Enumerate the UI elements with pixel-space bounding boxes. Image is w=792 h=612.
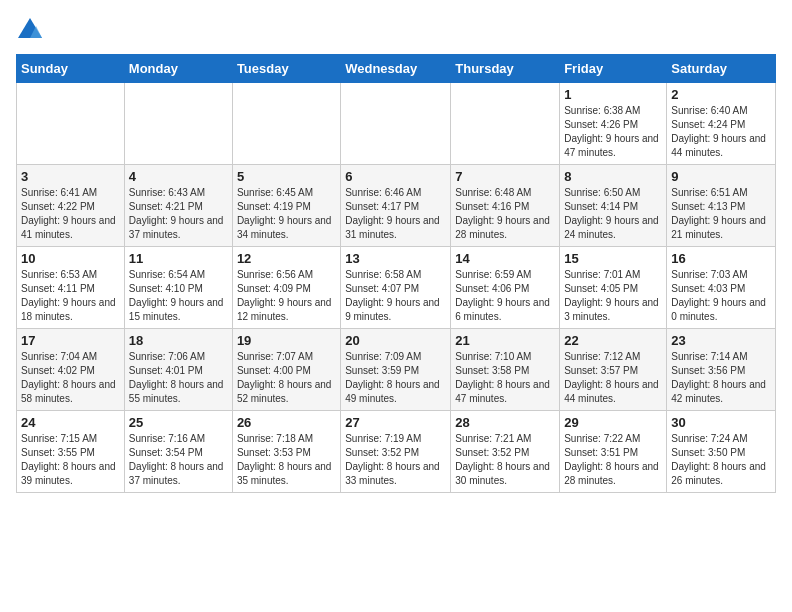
day-info: Sunrise: 7:07 AM Sunset: 4:00 PM Dayligh… — [237, 350, 336, 406]
day-header-monday: Monday — [124, 55, 232, 83]
calendar-cell: 13Sunrise: 6:58 AM Sunset: 4:07 PM Dayli… — [341, 247, 451, 329]
day-number: 21 — [455, 333, 555, 348]
calendar-cell: 26Sunrise: 7:18 AM Sunset: 3:53 PM Dayli… — [232, 411, 340, 493]
calendar-cell: 20Sunrise: 7:09 AM Sunset: 3:59 PM Dayli… — [341, 329, 451, 411]
day-number: 6 — [345, 169, 446, 184]
calendar-cell: 24Sunrise: 7:15 AM Sunset: 3:55 PM Dayli… — [17, 411, 125, 493]
calendar-cell: 1Sunrise: 6:38 AM Sunset: 4:26 PM Daylig… — [560, 83, 667, 165]
calendar-week-5: 24Sunrise: 7:15 AM Sunset: 3:55 PM Dayli… — [17, 411, 776, 493]
day-number: 7 — [455, 169, 555, 184]
day-info: Sunrise: 6:45 AM Sunset: 4:19 PM Dayligh… — [237, 186, 336, 242]
day-header-wednesday: Wednesday — [341, 55, 451, 83]
day-number: 17 — [21, 333, 120, 348]
day-info: Sunrise: 6:40 AM Sunset: 4:24 PM Dayligh… — [671, 104, 771, 160]
day-number: 12 — [237, 251, 336, 266]
day-header-thursday: Thursday — [451, 55, 560, 83]
calendar-cell: 16Sunrise: 7:03 AM Sunset: 4:03 PM Dayli… — [667, 247, 776, 329]
logo — [16, 16, 48, 44]
calendar-cell: 28Sunrise: 7:21 AM Sunset: 3:52 PM Dayli… — [451, 411, 560, 493]
calendar-cell: 23Sunrise: 7:14 AM Sunset: 3:56 PM Dayli… — [667, 329, 776, 411]
day-info: Sunrise: 7:06 AM Sunset: 4:01 PM Dayligh… — [129, 350, 228, 406]
calendar-cell — [124, 83, 232, 165]
day-number: 5 — [237, 169, 336, 184]
calendar-cell: 14Sunrise: 6:59 AM Sunset: 4:06 PM Dayli… — [451, 247, 560, 329]
calendar-cell — [341, 83, 451, 165]
day-number: 24 — [21, 415, 120, 430]
day-info: Sunrise: 7:03 AM Sunset: 4:03 PM Dayligh… — [671, 268, 771, 324]
day-info: Sunrise: 6:41 AM Sunset: 4:22 PM Dayligh… — [21, 186, 120, 242]
day-number: 3 — [21, 169, 120, 184]
calendar-cell: 3Sunrise: 6:41 AM Sunset: 4:22 PM Daylig… — [17, 165, 125, 247]
calendar-cell: 8Sunrise: 6:50 AM Sunset: 4:14 PM Daylig… — [560, 165, 667, 247]
calendar-cell: 7Sunrise: 6:48 AM Sunset: 4:16 PM Daylig… — [451, 165, 560, 247]
calendar-cell: 12Sunrise: 6:56 AM Sunset: 4:09 PM Dayli… — [232, 247, 340, 329]
calendar-cell — [232, 83, 340, 165]
calendar-cell: 2Sunrise: 6:40 AM Sunset: 4:24 PM Daylig… — [667, 83, 776, 165]
day-info: Sunrise: 6:38 AM Sunset: 4:26 PM Dayligh… — [564, 104, 662, 160]
day-number: 8 — [564, 169, 662, 184]
day-info: Sunrise: 7:24 AM Sunset: 3:50 PM Dayligh… — [671, 432, 771, 488]
day-number: 28 — [455, 415, 555, 430]
day-number: 30 — [671, 415, 771, 430]
day-number: 26 — [237, 415, 336, 430]
day-number: 19 — [237, 333, 336, 348]
day-number: 18 — [129, 333, 228, 348]
day-number: 10 — [21, 251, 120, 266]
day-number: 27 — [345, 415, 446, 430]
calendar-cell: 17Sunrise: 7:04 AM Sunset: 4:02 PM Dayli… — [17, 329, 125, 411]
day-info: Sunrise: 6:46 AM Sunset: 4:17 PM Dayligh… — [345, 186, 446, 242]
day-number: 9 — [671, 169, 771, 184]
calendar-cell: 21Sunrise: 7:10 AM Sunset: 3:58 PM Dayli… — [451, 329, 560, 411]
calendar-cell: 5Sunrise: 6:45 AM Sunset: 4:19 PM Daylig… — [232, 165, 340, 247]
calendar-cell: 9Sunrise: 6:51 AM Sunset: 4:13 PM Daylig… — [667, 165, 776, 247]
day-info: Sunrise: 6:48 AM Sunset: 4:16 PM Dayligh… — [455, 186, 555, 242]
calendar-cell: 15Sunrise: 7:01 AM Sunset: 4:05 PM Dayli… — [560, 247, 667, 329]
day-header-tuesday: Tuesday — [232, 55, 340, 83]
calendar-week-4: 17Sunrise: 7:04 AM Sunset: 4:02 PM Dayli… — [17, 329, 776, 411]
day-number: 2 — [671, 87, 771, 102]
calendar-week-1: 1Sunrise: 6:38 AM Sunset: 4:26 PM Daylig… — [17, 83, 776, 165]
calendar-week-2: 3Sunrise: 6:41 AM Sunset: 4:22 PM Daylig… — [17, 165, 776, 247]
day-number: 23 — [671, 333, 771, 348]
day-info: Sunrise: 7:09 AM Sunset: 3:59 PM Dayligh… — [345, 350, 446, 406]
day-number: 16 — [671, 251, 771, 266]
day-info: Sunrise: 6:43 AM Sunset: 4:21 PM Dayligh… — [129, 186, 228, 242]
logo-icon — [16, 16, 44, 44]
calendar-cell: 4Sunrise: 6:43 AM Sunset: 4:21 PM Daylig… — [124, 165, 232, 247]
day-info: Sunrise: 6:51 AM Sunset: 4:13 PM Dayligh… — [671, 186, 771, 242]
calendar-cell — [17, 83, 125, 165]
day-info: Sunrise: 6:59 AM Sunset: 4:06 PM Dayligh… — [455, 268, 555, 324]
day-number: 14 — [455, 251, 555, 266]
calendar-cell: 10Sunrise: 6:53 AM Sunset: 4:11 PM Dayli… — [17, 247, 125, 329]
day-info: Sunrise: 7:04 AM Sunset: 4:02 PM Dayligh… — [21, 350, 120, 406]
day-number: 15 — [564, 251, 662, 266]
day-info: Sunrise: 7:14 AM Sunset: 3:56 PM Dayligh… — [671, 350, 771, 406]
calendar-cell: 19Sunrise: 7:07 AM Sunset: 4:00 PM Dayli… — [232, 329, 340, 411]
day-header-saturday: Saturday — [667, 55, 776, 83]
calendar-header-row: SundayMondayTuesdayWednesdayThursdayFrid… — [17, 55, 776, 83]
day-info: Sunrise: 6:56 AM Sunset: 4:09 PM Dayligh… — [237, 268, 336, 324]
day-number: 11 — [129, 251, 228, 266]
day-info: Sunrise: 7:22 AM Sunset: 3:51 PM Dayligh… — [564, 432, 662, 488]
day-info: Sunrise: 6:54 AM Sunset: 4:10 PM Dayligh… — [129, 268, 228, 324]
day-number: 29 — [564, 415, 662, 430]
day-number: 20 — [345, 333, 446, 348]
day-info: Sunrise: 6:50 AM Sunset: 4:14 PM Dayligh… — [564, 186, 662, 242]
calendar-cell: 30Sunrise: 7:24 AM Sunset: 3:50 PM Dayli… — [667, 411, 776, 493]
day-info: Sunrise: 7:21 AM Sunset: 3:52 PM Dayligh… — [455, 432, 555, 488]
day-info: Sunrise: 7:15 AM Sunset: 3:55 PM Dayligh… — [21, 432, 120, 488]
day-info: Sunrise: 7:16 AM Sunset: 3:54 PM Dayligh… — [129, 432, 228, 488]
day-info: Sunrise: 7:18 AM Sunset: 3:53 PM Dayligh… — [237, 432, 336, 488]
calendar-cell: 25Sunrise: 7:16 AM Sunset: 3:54 PM Dayli… — [124, 411, 232, 493]
day-number: 4 — [129, 169, 228, 184]
calendar-cell — [451, 83, 560, 165]
day-number: 1 — [564, 87, 662, 102]
day-info: Sunrise: 7:19 AM Sunset: 3:52 PM Dayligh… — [345, 432, 446, 488]
day-header-sunday: Sunday — [17, 55, 125, 83]
day-number: 25 — [129, 415, 228, 430]
day-number: 13 — [345, 251, 446, 266]
calendar-cell: 29Sunrise: 7:22 AM Sunset: 3:51 PM Dayli… — [560, 411, 667, 493]
header — [16, 16, 776, 44]
day-number: 22 — [564, 333, 662, 348]
day-info: Sunrise: 6:53 AM Sunset: 4:11 PM Dayligh… — [21, 268, 120, 324]
